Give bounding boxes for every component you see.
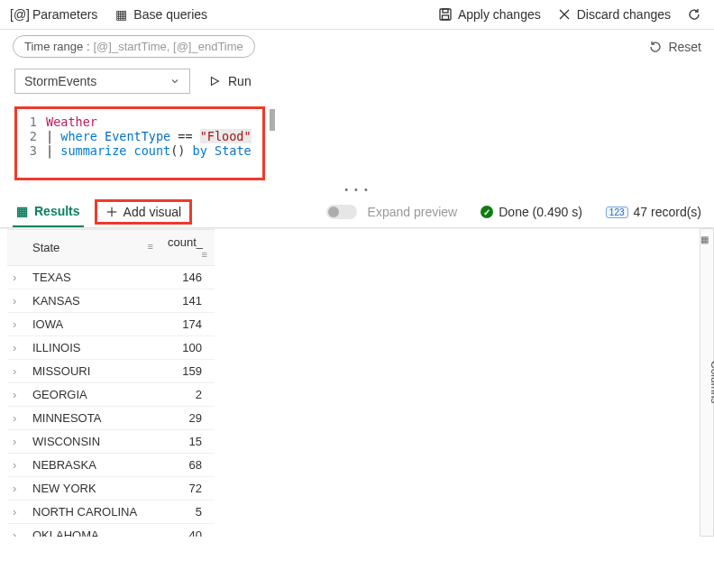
run-label: Run (228, 74, 252, 88)
columns-panel-toggle[interactable]: Columns (700, 228, 714, 537)
table-row[interactable]: ›WISCONSIN15 (7, 430, 215, 454)
add-visual-button[interactable]: Add visual (95, 199, 193, 225)
base-queries-button[interactable]: ▦ Base queries (114, 7, 207, 22)
expand-row-icon[interactable]: › (7, 524, 25, 537)
cell-count: 146 (160, 266, 215, 289)
expand-row-icon[interactable]: › (7, 266, 25, 289)
tab-results[interactable]: ▦ Results (13, 197, 84, 227)
expand-row-icon[interactable]: › (7, 313, 25, 336)
cell-state: OKLAHOMA (25, 524, 160, 537)
code-line[interactable]: | where EventType == "Flood" (46, 129, 252, 143)
reset-label: Reset (668, 40, 701, 54)
expand-preview-label: Expand preview (368, 205, 458, 219)
table-row[interactable]: ›KANSAS141 (7, 289, 215, 313)
svg-rect-1 (443, 9, 448, 13)
table-row[interactable]: ›GEORGIA2 (7, 383, 215, 407)
tab-results-label: Results (34, 204, 80, 218)
expand-row-icon[interactable]: › (7, 336, 25, 360)
cell-state: KANSAS (25, 289, 160, 313)
status-text: Done (0.490 s) (499, 205, 582, 219)
toolbar: [@] Parameters ▦ Base queries Apply chan… (0, 0, 714, 30)
close-icon (557, 7, 572, 22)
parameters-label: Parameters (32, 7, 97, 22)
cell-state: MINNESOTA (25, 407, 160, 430)
parameters-button[interactable]: [@] Parameters (13, 7, 97, 22)
results-tabs: ▦ Results Add visual Expand preview ✓ Do… (0, 197, 714, 228)
expand-row-icon[interactable]: › (7, 430, 25, 454)
refresh-button[interactable] (687, 7, 701, 22)
expand-row-icon[interactable]: › (7, 289, 25, 313)
cell-state: TEXAS (25, 266, 160, 289)
query-row: StormEvents Run (0, 67, 714, 106)
check-icon: ✓ (481, 206, 493, 218)
cell-count: 72 (160, 477, 215, 501)
base-queries-label: Base queries (133, 7, 207, 22)
cell-count: 159 (160, 360, 215, 383)
table-row[interactable]: ›IOWA174 (7, 313, 215, 336)
table-row[interactable]: ›NORTH CAROLINA5 (7, 501, 215, 524)
code-line[interactable]: | summarize count() by State (46, 143, 252, 158)
plus-icon (105, 206, 118, 218)
table-row[interactable]: ›NEBRASKA68 (7, 454, 215, 477)
cell-count: 174 (160, 313, 215, 336)
cell-count: 2 (160, 383, 215, 407)
query-editor[interactable]: 1Weather2| where EventType == "Flood"3| … (14, 106, 265, 180)
table-row[interactable]: ›ILLINOIS100 (7, 336, 215, 360)
cell-count: 141 (160, 289, 215, 313)
column-menu-icon[interactable]: ≡ (202, 249, 207, 260)
status-indicator: ✓ Done (0.490 s) (481, 205, 582, 219)
time-range-bar: Time range : [@]_startTime, [@]_endTime … (0, 30, 714, 67)
results-grid[interactable]: State≡ count_≡ ›TEXAS146›KANSAS141›IOWA1… (0, 228, 700, 537)
play-icon (208, 75, 221, 87)
expand-row-icon[interactable]: › (7, 501, 25, 524)
expand-row-icon[interactable]: › (7, 383, 25, 407)
column-header-count[interactable]: count_≡ (160, 230, 215, 266)
splitter-handle[interactable]: • • • (0, 184, 714, 195)
reset-button[interactable]: Reset (648, 40, 701, 54)
svg-marker-5 (212, 78, 219, 86)
table-select[interactable]: StormEvents (14, 69, 190, 94)
time-range-pill[interactable]: Time range : [@]_startTime, [@]_endTime (13, 35, 255, 58)
cell-state: GEORGIA (25, 383, 160, 407)
number-icon: 123 (606, 207, 628, 218)
cell-state: NEW YORK (25, 477, 160, 501)
column-header-state[interactable]: State≡ (25, 230, 160, 266)
discard-changes-label: Discard changes (577, 7, 671, 22)
expand-row-icon[interactable]: › (7, 407, 25, 430)
cell-count: 40 (160, 524, 215, 537)
svg-rect-2 (442, 15, 448, 20)
apply-changes-button[interactable]: Apply changes (438, 7, 541, 22)
table-row[interactable]: ›MINNESOTA29 (7, 407, 215, 430)
refresh-icon (687, 7, 701, 22)
cell-state: NEBRASKA (25, 454, 160, 477)
line-number: 1 (19, 115, 46, 129)
expand-preview-toggle[interactable] (326, 205, 357, 219)
cell-count: 5 (160, 501, 215, 524)
table-select-value: StormEvents (24, 74, 96, 88)
table-row[interactable]: ›TEXAS146 (7, 266, 215, 289)
save-icon (438, 7, 453, 22)
cell-count: 29 (160, 407, 215, 430)
results-table: State≡ count_≡ ›TEXAS146›KANSAS141›IOWA1… (7, 229, 215, 537)
table-row[interactable]: ›NEW YORK72 (7, 477, 215, 501)
discard-changes-button[interactable]: Discard changes (557, 7, 671, 22)
columns-panel-label: Columns (709, 361, 714, 403)
expand-row-icon[interactable]: › (7, 454, 25, 477)
table-row[interactable]: ›OKLAHOMA40 (7, 524, 215, 537)
run-button[interactable]: Run (199, 69, 261, 94)
table-row[interactable]: ›MISSOURI159 (7, 360, 215, 383)
cell-state: MISSOURI (25, 360, 160, 383)
cell-count: 15 (160, 430, 215, 454)
expand-row-icon[interactable]: › (7, 477, 25, 501)
chevron-down-icon (169, 76, 180, 87)
time-range-label: Time range : (24, 40, 90, 53)
cell-count: 100 (160, 336, 215, 360)
expand-row-icon[interactable]: › (7, 360, 25, 383)
code-line[interactable]: Weather (46, 115, 97, 129)
column-menu-icon[interactable]: ≡ (148, 241, 153, 252)
results-grid-wrap: State≡ count_≡ ›TEXAS146›KANSAS141›IOWA1… (0, 228, 714, 537)
cell-state: WISCONSIN (25, 430, 160, 454)
add-visual-label: Add visual (124, 205, 182, 219)
cell-state: NORTH CAROLINA (25, 501, 160, 524)
apply-changes-label: Apply changes (458, 7, 541, 22)
